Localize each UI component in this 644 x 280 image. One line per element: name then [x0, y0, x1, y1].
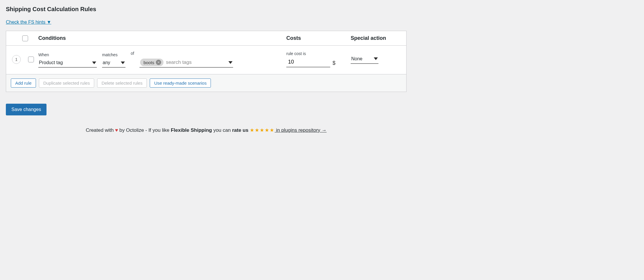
- caret-down-icon: [92, 62, 96, 64]
- select-all-checkbox[interactable]: [22, 35, 28, 41]
- tags-spacer: [140, 51, 286, 56]
- credit-by: by Octolize - If you like: [118, 127, 171, 133]
- when-select[interactable]: Product tag: [38, 59, 97, 68]
- tag-chip-label: boots: [144, 60, 154, 65]
- costs-header: Costs: [286, 35, 351, 41]
- caret-down-icon: [121, 62, 125, 64]
- special-action-select[interactable]: None: [351, 55, 378, 64]
- credit-rate-prefix: you can: [212, 127, 232, 133]
- use-scenarios-button[interactable]: Use ready-made scenarios: [150, 78, 211, 88]
- tag-chip: boots ✕: [140, 59, 164, 66]
- rules-table-header: Conditions Costs Special action: [6, 31, 406, 46]
- credit-line: Created with ♥ by Octolize - If you like…: [6, 127, 407, 133]
- delete-rules-button[interactable]: Delete selected rules: [97, 78, 147, 88]
- special-action-value: None: [351, 56, 362, 62]
- stars-icon: ★★★★★: [250, 127, 275, 133]
- caret-down-icon: [374, 57, 378, 60]
- tags-multiselect[interactable]: boots ✕ search tags: [140, 57, 233, 68]
- heart-icon: ♥: [115, 127, 118, 133]
- fs-hints-link[interactable]: Check the FS hints ▼: [6, 20, 51, 25]
- section-title: Shipping Cost Calculation Rules: [6, 6, 407, 13]
- when-label: When: [38, 52, 97, 57]
- cost-input[interactable]: [286, 58, 330, 67]
- save-changes-button[interactable]: Save changes: [6, 104, 47, 115]
- credit-product: Flexible Shipping: [171, 127, 212, 133]
- matches-label: matches: [102, 52, 125, 57]
- of-label: of: [131, 51, 134, 56]
- add-rule-button[interactable]: Add rule: [11, 78, 36, 88]
- rule-cost-label: rule cost is: [286, 51, 351, 56]
- matches-value: any: [103, 60, 110, 65]
- currency-symbol: $: [333, 60, 335, 67]
- conditions-header: Conditions: [38, 35, 286, 41]
- rules-table: Conditions Costs Special action 1 When P…: [6, 31, 407, 92]
- credit-prefix: Created with: [86, 127, 115, 133]
- special-action-header: Special action: [351, 35, 400, 41]
- table-footer: Add rule Duplicate selected rules Delete…: [6, 74, 406, 92]
- duplicate-rules-button[interactable]: Duplicate selected rules: [39, 78, 94, 88]
- caret-down-icon: [228, 61, 233, 64]
- rule-row: 1 When Product tag matches any: [6, 46, 406, 74]
- rule-checkbox[interactable]: [28, 57, 34, 62]
- plugins-repo-link[interactable]: in plugins repository →: [275, 127, 327, 133]
- matches-select[interactable]: any: [102, 59, 125, 68]
- rule-number: 1: [12, 55, 21, 64]
- tag-remove-icon[interactable]: ✕: [156, 60, 161, 65]
- credit-rate: rate us: [232, 127, 250, 133]
- when-value: Product tag: [39, 60, 63, 65]
- tags-placeholder: search tags: [166, 59, 226, 65]
